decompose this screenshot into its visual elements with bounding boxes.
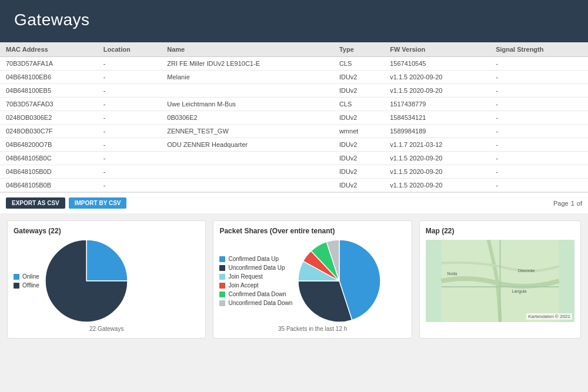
table-cell: IDUv2 [333,138,384,152]
table-cell: 04B648100EB5 [0,84,98,98]
table-cell: IDUv2 [333,152,384,165]
legend-label: Unconfirmed Data Up [228,264,285,271]
charts-section: Gateways (22) OnlineOffline 22 Gateways … [0,213,588,346]
table-cell: ZENNER_TEST_GW [161,125,333,138]
table-cell: 04B648200O7B [0,138,98,152]
table-cell: 0248OB030C7F [0,125,98,138]
table-cell: 1567410545 [384,57,490,71]
map-town-label: Oberirdie [517,269,534,273]
table-row[interactable]: 04B648105B0B-IDUv2v1.1.5 2020-09-20- [0,179,588,192]
table-cell [161,165,333,179]
page-title: Gateways [14,11,574,29]
col-name: Name [161,42,333,57]
gateways-table: MAC Address Location Name Type FW Versio… [0,42,588,192]
table-cell: 70B3D57AFAD3 [0,98,98,111]
map-card: Map (22) Oberirdie Langula Noda Kartenda… [419,220,581,339]
table-cell: Melanie [161,71,333,84]
legend-color [14,274,19,280]
actions-bar: EXPORT AS CSV IMPORT BY CSV Page 1 of [0,192,588,213]
table-cell: - [98,84,161,98]
table-cell: - [490,125,588,138]
table-cell: v1.1.5 2020-09-20 [384,84,490,98]
table-cell: - [98,152,161,165]
legend-label: Offline [22,282,39,289]
table-cell: - [490,84,588,98]
table-cell: IDUv2 [333,84,384,98]
table-cell: ODU ZENNER Headquarter [161,138,333,152]
legend-label: Confirmed Data Up [228,256,279,262]
table-cell: 0248OB0306E2 [0,111,98,125]
table-cell: 0B0306E2 [161,111,333,125]
table-cell: - [98,125,161,138]
of-label: of [577,200,582,207]
table-row[interactable]: 04B648105B0C-IDUv2v1.1.5 2020-09-20- [0,152,588,165]
table-cell: - [490,152,588,165]
table-cell: 1589984189 [384,125,490,138]
table-cell [161,179,333,192]
legend-item: Join Accept [219,282,292,289]
table-cell: v1.1.7 2021-03-12 [384,138,490,152]
import-csv-button[interactable]: IMPORT BY CSV [69,197,127,209]
table-cell: v1.1.5 2020-09-20 [384,179,490,192]
legend-label: Join Request [228,273,262,280]
table-cell: IDUv2 [333,165,384,179]
table-cell: 1584534121 [384,111,490,125]
table-cell: IDUv2 [333,71,384,84]
table-cell [161,152,333,165]
table-cell: - [98,71,161,84]
table-cell: CLS [333,57,384,71]
page-header: Gateways [0,0,588,42]
legend-item: Unconfirmed Data Down [219,300,292,306]
table-row[interactable]: 0248OB030C7F-ZENNER_TEST_GWwmnet15899841… [0,125,588,138]
col-signal: Signal Strength [490,42,588,57]
legend-label: Join Accept [228,282,258,289]
page-label: Page [553,200,569,207]
table-header-row: MAC Address Location Name Type FW Versio… [0,42,588,57]
col-fw: FW Version [384,42,490,57]
packets-chart-title: Packet Shares (Over entire tenant) [219,227,405,235]
legend-color [14,283,19,289]
table-row[interactable]: 04B648100EB6-MelanieIDUv2v1.1.5 2020-09-… [0,71,588,84]
legend-label: Online [22,273,39,280]
table-cell [161,84,333,98]
export-csv-button[interactable]: EXPORT AS CSV [6,197,65,209]
map-title: Map (22) [426,227,574,235]
legend-color [219,274,225,280]
table-row[interactable]: 04B648105B0D-IDUv2v1.1.5 2020-09-20- [0,165,588,179]
map-svg: Oberirdie Langula Noda [426,240,574,322]
packets-chart-card: Packet Shares (Over entire tenant) Confi… [213,220,412,339]
table-cell: - [490,57,588,71]
table-cell: 04B648105B0D [0,165,98,179]
table-cell: - [490,71,588,84]
table-row[interactable]: 0248OB0306E2-0B0306E2IDUv21584534121- [0,111,588,125]
table-cell: wmnet [333,125,384,138]
table-cell: - [98,165,161,179]
map-town-label3: Noda [447,272,457,276]
legend-color [219,256,225,262]
gateways-chart-title: Gateways (22) [14,227,199,235]
table-cell: - [490,111,588,125]
table-cell: 1517438779 [384,98,490,111]
table-row[interactable]: 04B648200O7B-ODU ZENNER HeadquarterIDUv2… [0,138,588,152]
map-copyright: Kartendaten © 2021 [526,313,572,320]
table-row[interactable]: 70B3D57AFA1A-ZRI FE Miller IDUv2 LE910C1… [0,57,588,71]
table-cell: - [98,179,161,192]
table-cell: v1.1.5 2020-09-20 [384,71,490,84]
table-cell: CLS [333,98,384,111]
legend-color [219,292,225,297]
gateways-chart-footer: 22 Gateways [14,326,199,332]
table-cell: - [490,165,588,179]
legend-color [219,265,225,271]
legend-label: Confirmed Data Down [228,291,286,297]
map-placeholder[interactable]: Oberirdie Langula Noda Kartendaten © 202… [426,240,574,322]
col-location: Location [98,42,161,57]
table-cell: v1.1.5 2020-09-20 [384,152,490,165]
table-cell: ZRI FE Miller IDUv2 LE910C1-E [161,57,333,71]
table-cell: - [98,111,161,125]
table-row[interactable]: 04B648100EB5-IDUv2v1.1.5 2020-09-20- [0,84,588,98]
table-cell: - [490,98,588,111]
table-row[interactable]: 70B3D57AFAD3-Uwe Leichtmann M-BusCLS1517… [0,98,588,111]
gateways-chart-card: Gateways (22) OnlineOffline 22 Gateways [7,220,206,339]
packets-pie-chart [298,240,380,322]
table-cell: IDUv2 [333,179,384,192]
